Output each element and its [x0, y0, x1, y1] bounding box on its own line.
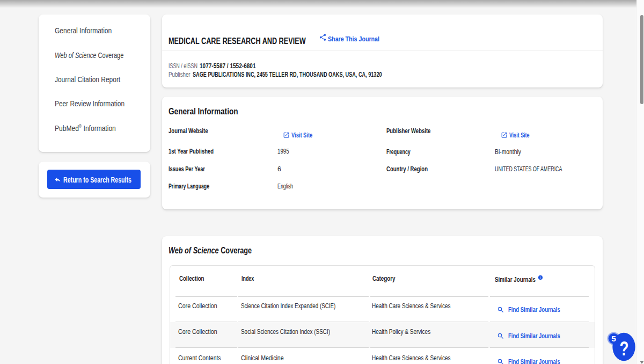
svg-text:?: ? [620, 338, 629, 360]
svg-text:5: 5 [611, 334, 616, 343]
